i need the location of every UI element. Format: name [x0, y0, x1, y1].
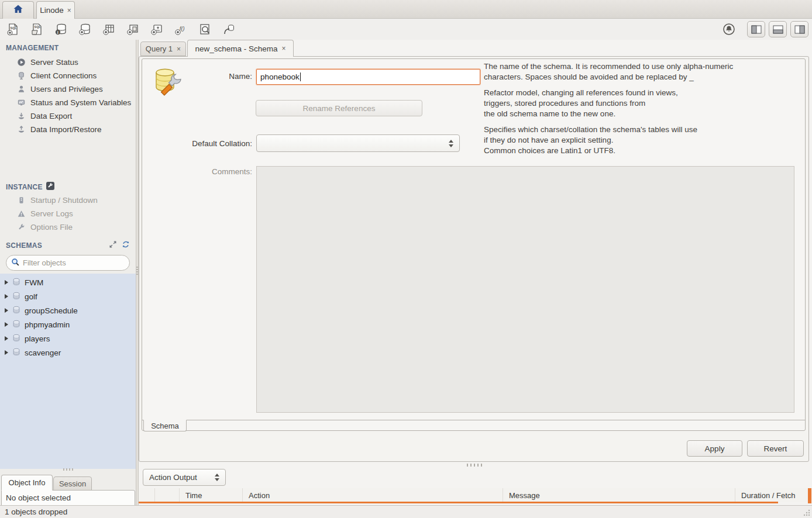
- expander-icon[interactable]: [5, 350, 8, 355]
- output-panel-splitter[interactable]: [467, 464, 482, 467]
- home-tab[interactable]: [2, 1, 34, 19]
- output-type-select[interactable]: Action Output: [143, 469, 226, 486]
- sidebar-item-users-and-privileges[interactable]: Users and Privileges: [0, 82, 136, 96]
- tab-schema-bottom[interactable]: Schema: [143, 420, 187, 431]
- toggle-bottom-panel-icon[interactable]: [769, 21, 787, 37]
- schema-filter[interactable]: [6, 255, 130, 271]
- connection-tab[interactable]: Linode ×: [36, 1, 75, 19]
- expander-icon[interactable]: [5, 336, 8, 341]
- sidebar-item-client-connections[interactable]: Client Connections: [0, 69, 136, 82]
- schema-filter-input[interactable]: [23, 258, 116, 267]
- tab-object-info[interactable]: Object Info: [1, 475, 53, 491]
- sidebar-item-options-file[interactable]: Options File: [0, 220, 136, 234]
- sidebar-item-status-system-variables[interactable]: Status and System Variables: [0, 96, 136, 109]
- schema-name-input[interactable]: phonebook: [256, 69, 480, 85]
- column-status[interactable]: [139, 488, 155, 502]
- sidebar-item-data-import[interactable]: Data Import/Restore: [0, 123, 136, 136]
- sidebar-item-startup-shutdown[interactable]: Startup / Shutdown: [0, 194, 136, 207]
- tab-query-1-close-icon[interactable]: ×: [177, 46, 181, 53]
- expander-icon[interactable]: [5, 322, 8, 327]
- create-table-icon[interactable]: [101, 21, 117, 37]
- expand-schemas-icon[interactable]: [109, 240, 117, 250]
- schema-icon: [12, 306, 20, 316]
- expander-icon[interactable]: [5, 280, 8, 285]
- apply-button[interactable]: Apply: [687, 440, 742, 457]
- schema-name: players: [25, 334, 50, 343]
- sidebar-item-server-logs[interactable]: Server Logs: [0, 207, 136, 220]
- inspect-database-icon[interactable]: i: [53, 21, 69, 37]
- users-icon: [16, 85, 26, 94]
- splitter-grip: [136, 267, 138, 275]
- column-action-label: Action: [249, 491, 270, 500]
- column-duration-fetch[interactable]: Duration / Fetch: [735, 488, 809, 502]
- info-panel-splitter[interactable]: [63, 468, 74, 471]
- schema-tree-item-phpmyadmin[interactable]: phpmyadmin: [0, 317, 136, 331]
- column-time[interactable]: Time: [180, 488, 243, 502]
- system-variables-icon: [16, 98, 26, 108]
- tab-query-1[interactable]: Query 1 ×: [140, 42, 186, 56]
- toggle-left-panel-icon[interactable]: [747, 21, 765, 37]
- sidebar-item-server-status[interactable]: Server Status: [0, 56, 136, 69]
- schema-tree-item-players[interactable]: players: [0, 331, 136, 346]
- stepper-arrows-icon: [215, 474, 219, 481]
- default-collation-label: Default Collation:: [147, 139, 252, 148]
- connection-tab-close-icon[interactable]: ×: [67, 7, 71, 14]
- refresh-schemas-icon[interactable]: [122, 240, 130, 250]
- expander-icon[interactable]: [5, 294, 8, 299]
- search-objects-icon[interactable]: [197, 21, 213, 37]
- output-header-accent-edge: [808, 488, 811, 503]
- column-message[interactable]: Message: [503, 488, 735, 502]
- tab-session[interactable]: Session: [53, 476, 92, 491]
- notifications-icon[interactable]: [721, 22, 737, 37]
- column-message-label: Message: [509, 491, 540, 500]
- tab-new-schema-close-icon[interactable]: ×: [282, 45, 286, 52]
- schema-tree-item-groupschedule[interactable]: groupSchedule: [0, 303, 136, 317]
- schema-tree-item-fwm[interactable]: FWM: [0, 275, 136, 289]
- rename-references-button[interactable]: Rename References: [256, 100, 422, 116]
- home-icon: [12, 4, 24, 17]
- schema-editor-icon: [150, 65, 183, 101]
- schema-icon: [12, 320, 20, 330]
- schema-editor-page: Name: phonebook Rename References Defaul…: [139, 56, 809, 462]
- sidebar-item-label: Server Status: [30, 58, 78, 67]
- schema-name: phpmyadmin: [25, 320, 70, 329]
- schema-tree-item-golf[interactable]: golf: [0, 289, 136, 303]
- create-function-icon[interactable]: f(): [173, 21, 189, 37]
- window-resize-grip-icon[interactable]: [801, 509, 811, 517]
- schema-tree-item-scavenger[interactable]: scavenger: [0, 346, 136, 360]
- svg-text:SQL: SQL: [11, 26, 18, 30]
- instance-section-header: INSTANCE: [0, 182, 54, 192]
- column-time-label: Time: [185, 491, 202, 500]
- default-collation-select[interactable]: [256, 134, 460, 152]
- open-sql-script-icon[interactable]: SQL: [29, 21, 45, 37]
- editor-footer-line: [142, 420, 805, 420]
- column-index[interactable]: [155, 488, 180, 502]
- sidebar-item-data-export[interactable]: Data Export: [0, 109, 136, 123]
- new-sql-tab-icon[interactable]: SQL: [5, 21, 21, 37]
- toggle-right-panel-icon[interactable]: [790, 21, 808, 37]
- sidebar-item-label: Server Logs: [30, 209, 73, 218]
- sidebar-item-label: Startup / Shutdown: [30, 196, 98, 205]
- schema-name: golf: [25, 292, 37, 301]
- create-schema-icon[interactable]: [77, 21, 93, 37]
- object-info-message: No object selected: [6, 493, 71, 502]
- server-status-icon: [16, 58, 26, 67]
- sidebar-item-label: Data Export: [30, 112, 72, 120]
- tab-new-schema[interactable]: new_schema - Schema ×: [187, 40, 294, 57]
- svg-text:i: i: [57, 30, 59, 34]
- comments-textarea[interactable]: [256, 166, 794, 413]
- management-section-header: MANAGEMENT: [0, 44, 136, 52]
- help-refactor: Refactor model, changing all references …: [484, 88, 803, 119]
- create-procedure-icon[interactable]: [149, 21, 165, 37]
- create-view-icon[interactable]: [125, 21, 141, 37]
- search-icon: [11, 258, 20, 268]
- instance-section-title: INSTANCE: [6, 183, 43, 191]
- expander-icon[interactable]: [5, 308, 8, 313]
- column-action[interactable]: Action: [243, 488, 503, 502]
- reconnect-database-icon[interactable]: [221, 21, 237, 37]
- management-section-title: MANAGEMENT: [6, 44, 59, 52]
- schema-icon: [12, 348, 20, 358]
- mysql-workbench-window: Linode × SQL SQL i: [0, 0, 812, 518]
- revert-button[interactable]: Revert: [747, 440, 804, 457]
- schema-tree: FWM golf groupSchedule phpmyadmin player: [0, 274, 136, 469]
